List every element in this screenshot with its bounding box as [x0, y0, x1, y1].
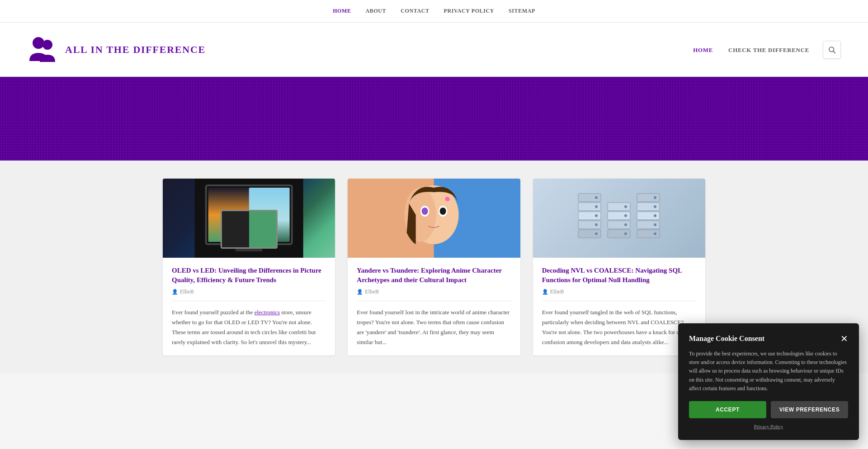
svg-point-25	[595, 232, 598, 235]
cookie-title: Manage Cookie Consent	[689, 335, 764, 343]
sql-illustration	[574, 184, 664, 252]
svg-point-28	[595, 205, 598, 208]
card-divider	[357, 301, 511, 301]
top-nav-home[interactable]: HOME	[333, 8, 351, 14]
svg-point-17	[440, 208, 446, 215]
card-divider	[172, 301, 326, 301]
svg-point-43	[654, 232, 656, 235]
search-button[interactable]	[823, 41, 841, 59]
card-image-sql	[533, 179, 705, 258]
tv-illustration	[163, 179, 335, 258]
card-title[interactable]: OLED vs LED: Unveiling the Differences i…	[172, 266, 326, 285]
svg-point-37	[624, 205, 627, 208]
card-title[interactable]: Decoding NVL vs COALESCE: Navigating SQL…	[542, 266, 696, 285]
hero-banner	[0, 77, 868, 161]
cookie-text: To provide the best experiences, we use …	[689, 350, 848, 373]
svg-point-47	[654, 196, 656, 199]
svg-point-0	[33, 37, 44, 49]
svg-rect-9	[236, 249, 263, 251]
card-body: Yandere vs Tsundere: Exploring Anime Cha…	[348, 258, 520, 355]
header-nav-check[interactable]: CHECK THE DIFFERENCE	[728, 47, 809, 53]
anime-illustration	[348, 179, 520, 258]
svg-rect-6	[249, 188, 290, 242]
svg-point-1	[42, 40, 52, 50]
card-author: EllieB	[542, 288, 696, 295]
card-title[interactable]: Yandere vs Tsundere: Exploring Anime Cha…	[357, 266, 511, 285]
cards-grid: OLED vs LED: Unveiling the Differences i…	[163, 179, 705, 355]
svg-point-45	[654, 214, 656, 217]
top-nav: HOME ABOUT CONTACT PRIVACY POLICY SITEMA…	[0, 0, 868, 23]
header-nav: HOME CHECK THE DIFFERENCE	[679, 46, 809, 54]
svg-point-36	[624, 214, 627, 217]
svg-point-15	[422, 208, 428, 215]
cookie-header: Manage Cookie Consent ✕	[689, 334, 848, 343]
logo-text: ALL IN THE DIFFERENCE	[65, 44, 206, 56]
top-nav-sitemap[interactable]: SITEMAP	[509, 8, 535, 14]
logo-icon	[27, 34, 59, 66]
card-author: EllieB	[357, 288, 511, 295]
card-yandere-tsundere: Yandere vs Tsundere: Exploring Anime Cha…	[348, 179, 520, 355]
cookie-consent-modal: Manage Cookie Consent ✕ To provide the b…	[678, 323, 859, 373]
logo-link[interactable]: ALL IN THE DIFFERENCE	[27, 34, 206, 66]
svg-point-46	[654, 205, 656, 208]
svg-point-26	[595, 223, 598, 226]
header-right: HOME CHECK THE DIFFERENCE	[679, 41, 841, 59]
cookie-close-button[interactable]: ✕	[840, 334, 848, 343]
card-oled-led: OLED vs LED: Unveiling the Differences i…	[163, 179, 335, 355]
card-body: OLED vs LED: Unveiling the Differences i…	[163, 258, 335, 355]
svg-point-44	[654, 223, 656, 226]
card-image-tv	[163, 179, 335, 258]
svg-rect-5	[208, 188, 249, 242]
svg-point-34	[624, 232, 627, 235]
main-header: ALL IN THE DIFFERENCE HOME CHECK THE DIF…	[0, 23, 868, 77]
svg-line-3	[833, 51, 835, 53]
card-author: EllieB	[172, 288, 326, 295]
top-nav-contact[interactable]: CONTACT	[401, 8, 429, 14]
card-image-anime	[348, 179, 520, 258]
card-text: Ever found yourself tangled in the web o…	[542, 307, 696, 347]
svg-point-29	[595, 196, 598, 199]
electronics-link[interactable]: electronics	[255, 309, 280, 316]
svg-point-35	[624, 223, 627, 226]
search-icon	[828, 46, 836, 54]
svg-point-27	[595, 214, 598, 217]
top-nav-about[interactable]: ABOUT	[366, 8, 387, 14]
card-text: Ever found yourself puzzled at the elect…	[172, 307, 326, 347]
card-divider	[542, 301, 696, 301]
card-text: Ever found yourself lost in the intricat…	[357, 307, 511, 347]
header-nav-home[interactable]: HOME	[693, 47, 713, 53]
top-nav-privacy[interactable]: PRIVACY POLICY	[444, 8, 494, 14]
